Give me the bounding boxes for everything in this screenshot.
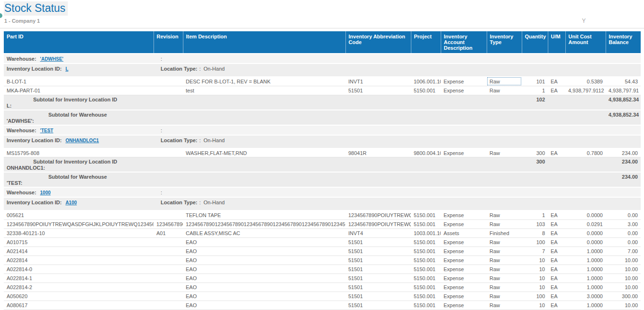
warehouse-link[interactable]: 1000 (40, 190, 51, 195)
cell-quantity: 10 (522, 283, 548, 292)
cell-inventory-balance: 54.43 (606, 77, 641, 86)
cell-project: 5150.001 (411, 292, 441, 301)
cell-quantity: 10 (522, 301, 548, 310)
cell-revision (154, 274, 183, 283)
cell-inventory-type: Raw (487, 274, 522, 283)
subtotal-quantity (522, 172, 548, 187)
group-detail-cell: : (154, 54, 345, 64)
cell-inventory-abbreviation-code: 51501 (345, 283, 411, 292)
cell-inventory-type: Raw (487, 264, 522, 274)
group-detail-cell: Location Type::On-Hand (154, 135, 345, 148)
group-label-cell: Warehouse:1000 (4, 187, 154, 197)
cell-inventory-type[interactable]: Raw (487, 77, 522, 86)
cell-unit-cost-amount: 4,938,797.9112 (565, 86, 606, 95)
cell-quantity: 7 (522, 246, 548, 255)
cell-part-id: A022814-1 (4, 274, 154, 283)
subtotal-row: Subtotal for Inventory Location IDONHAND… (4, 157, 641, 173)
cell-um: EA (548, 219, 565, 228)
cell-inventory-abbreviation-code: INVT4 (345, 228, 411, 237)
cell-inventory-account-description: Expense (441, 219, 487, 228)
cell-item-description: EAO (183, 301, 345, 310)
cell-item-description: EAO (183, 274, 345, 283)
cell-um: EA (548, 301, 565, 310)
cell-item-description: DESC FOR B-LOT-1, REV = BLANK (183, 77, 345, 86)
cell-part-id: 32338-40121-10 (4, 228, 154, 237)
subtotal-label-cell: Subtotal for Inventory Location IDL: (4, 95, 154, 110)
cell-revision: A01 (154, 228, 183, 237)
cell-inventory-type: Finished (487, 228, 522, 237)
group-separator: : (161, 128, 162, 133)
group-label-cell: Inventory Location ID:A100 (4, 197, 154, 210)
warehouse-link[interactable]: 'TEST (40, 128, 54, 133)
cell-project: 9800.004.10 (411, 148, 441, 157)
cell-quantity: 1 (522, 86, 548, 95)
cell-quantity: 1 (522, 210, 548, 219)
cell-inventory-abbreviation-code: 51501 (345, 292, 411, 301)
group-label-cell: Warehouse:'TEST (4, 125, 154, 135)
subtotal-quantity: 102 (522, 95, 548, 110)
location-type-separator: : (199, 66, 200, 72)
cell-item-description: EAO (183, 246, 345, 255)
cell-project: 5150.001 (411, 210, 441, 219)
cell-item-description: EAO (183, 283, 345, 292)
subtotal-group-value: ONHANDLOC1: (7, 165, 151, 171)
cell-unit-cost-amount: 1.0000 (565, 264, 606, 274)
cell-quantity: 100 (522, 237, 548, 246)
subtotal-empty-cell (565, 95, 606, 110)
cell-inventory-balance: 7.00 (606, 246, 641, 255)
item-row: A080617EAO515015150.001ExpenseRaw10EA1.0… (4, 301, 641, 310)
cell-um: EA (548, 283, 565, 292)
subtotal-empty-cell (345, 172, 411, 187)
item-row: A022814-1EAO515015150.001ExpenseRaw10EA1… (4, 274, 641, 283)
item-row: A022814-0EAO515015150.001ExpenseRaw10EA1… (4, 264, 641, 274)
subtotal-empty-cell (411, 95, 441, 110)
page-title: Stock Status (4, 1, 68, 16)
subtotal-quantity (522, 110, 548, 125)
cell-project: 5150.001 (411, 246, 441, 255)
location-link[interactable]: L (65, 66, 68, 72)
cell-item-description: 1234567890123456789012345678901234567890… (183, 219, 345, 228)
warehouse-link[interactable]: 'ADWHSE' (40, 56, 63, 62)
cell-inventory-abbreviation-code: 98041R (345, 148, 411, 157)
group-detail-cell: Location Type::On-Hand (154, 197, 345, 210)
subtotal-empty-cell (345, 110, 411, 125)
cell-unit-cost-amount: 1.0000 (565, 255, 606, 264)
cell-um: EA (548, 264, 565, 274)
subtotal-caption: Subtotal for Warehouse (7, 174, 151, 180)
cell-revision (154, 292, 183, 301)
cell-part-id: B-LOT-1 (4, 77, 154, 86)
cell-unit-cost-amount: 0.0000 (565, 228, 606, 237)
cell-inventory-type: Raw (487, 301, 522, 310)
cell-inventory-abbreviation-code: INVT1 (345, 77, 411, 86)
location-type-separator: : (199, 200, 200, 205)
cell-um: EA (548, 148, 565, 157)
cell-revision (154, 264, 183, 274)
group-detail-cell: : (154, 187, 345, 197)
cell-part-id: A022814-0 (4, 264, 154, 274)
subtotal-caption: Subtotal for Inventory Location ID (7, 159, 151, 164)
cell-inventory-type: Raw (487, 86, 522, 95)
group-detail-cell: Location Type::On-Hand (154, 64, 345, 77)
cell-inventory-type: Raw (487, 283, 522, 292)
cell-part-id: A021414 (4, 246, 154, 255)
cell-inventory-account-description: Expense (441, 237, 487, 246)
location-link[interactable]: A100 (65, 200, 77, 205)
location-link[interactable]: ONHANDLOC1 (65, 138, 99, 143)
cell-item-description: EAO (183, 264, 345, 274)
cell-inventory-balance: 0.00 (606, 228, 641, 237)
cell-um: EA (548, 77, 565, 86)
subtotal-caption: Subtotal for Inventory Location ID (7, 97, 151, 102)
cell-revision (154, 283, 183, 292)
cell-inventory-abbreviation-code: 51501 (345, 86, 411, 95)
location-row: Inventory Location ID:A100Location Type:… (4, 197, 641, 210)
group-filler-cell (345, 64, 641, 77)
location-group-label: Inventory Location ID: (7, 137, 62, 143)
location-type-separator: : (199, 137, 200, 143)
cell-project: 5150.001 (411, 274, 441, 283)
cell-inventory-balance: 10.00 (606, 264, 641, 274)
cell-inventory-account-description: Expense (441, 255, 487, 264)
subtotal-balance: 4,938,852.34 (606, 110, 641, 125)
group-filler-cell (345, 187, 641, 197)
warehouse-group-label: Warehouse: (7, 56, 36, 62)
cell-um: EA (548, 228, 565, 237)
